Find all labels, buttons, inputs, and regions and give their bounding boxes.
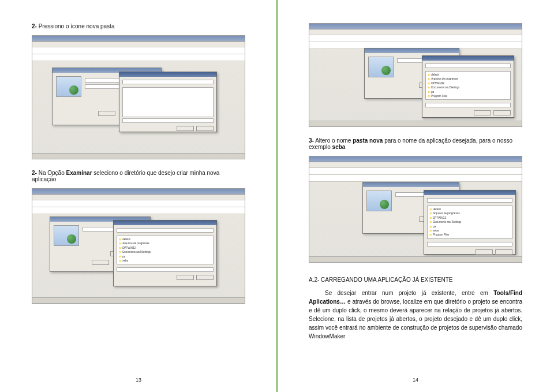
directory-combo-3[interactable] <box>425 64 511 68</box>
wizard-thumbnail-3 <box>368 57 394 77</box>
directory-dialog-3: default Arquivos de programas DPTWIN32 D… <box>422 55 514 118</box>
app-grid-row-4 <box>309 175 522 182</box>
step-2b-mid1: Na Opção <box>37 170 66 176</box>
page-number-right: 14 <box>309 377 522 383</box>
app-titlebar <box>32 36 245 42</box>
step-3-text: 3- Altero o nome pasta nova para o nome … <box>309 137 522 150</box>
folder-item[interactable]: Program Files <box>429 233 510 237</box>
folder-item[interactable]: Arquivos de programas <box>119 241 211 245</box>
folder-item[interactable]: seba <box>429 229 510 233</box>
app-toolbar-3 <box>309 29 522 35</box>
page-number-left: 13 <box>32 377 245 383</box>
step-3-num: 3- <box>309 137 314 144</box>
app-titlebar-4 <box>309 156 522 162</box>
directory-path-field[interactable] <box>122 118 214 123</box>
app-toolbar <box>32 42 245 47</box>
step-2-num: 2- <box>32 23 37 29</box>
page-right: default Arquivos de programas DPTWIN32 D… <box>277 0 554 392</box>
directory-path-field-4[interactable] <box>427 242 512 247</box>
directory-listbox-2[interactable]: default Arquivos de programas DPTWIN32 D… <box>117 236 214 264</box>
folder-item[interactable]: default <box>119 237 211 241</box>
folder-item[interactable]: Arquivos de programas <box>428 77 508 81</box>
directory-cancel-button-2[interactable] <box>196 275 214 280</box>
directory-path-field-3[interactable] <box>425 103 511 107</box>
wizard-thumbnail <box>56 76 81 97</box>
app-toolbar-2 <box>32 195 245 200</box>
section-paragraph: Se desejar entrar num projeto já existen… <box>309 289 522 341</box>
folder-item[interactable]: Documents and Settings <box>429 220 510 224</box>
directory-cancel-button-4[interactable] <box>495 249 512 255</box>
directory-ok-button-3[interactable] <box>474 110 491 115</box>
app-grid-row <box>32 54 245 61</box>
page-left: 2- Pressiono o ícone nova pasta <box>0 0 277 392</box>
directory-titlebar-3 <box>422 56 514 61</box>
taskbar-4 <box>309 256 522 262</box>
app-titlebar-3 <box>309 24 522 29</box>
folder-item[interactable]: Documents and Settings <box>119 250 211 254</box>
wizard-titlebar-3 <box>365 48 459 53</box>
step-3-bold1: pasta nova <box>353 137 383 144</box>
directory-listbox[interactable] <box>122 87 214 117</box>
folder-item[interactable]: pa <box>428 90 508 94</box>
app-toolbar-4 <box>309 162 522 168</box>
app-grid-header-3 <box>309 35 522 42</box>
wizard-thumbnail-2 <box>54 225 79 246</box>
directory-titlebar <box>119 72 216 77</box>
folder-item[interactable]: Program Files <box>428 94 508 98</box>
taskbar-3 <box>309 121 522 126</box>
para-part1: Se desejar entrar num projeto já existen… <box>325 290 493 296</box>
folder-item[interactable]: Arquivos de programas <box>429 211 510 215</box>
wizard-cancel-button[interactable] <box>98 111 115 116</box>
directory-dialog-4: default Arquivos de programas DPTWIN32 D… <box>424 190 516 255</box>
taskbar-2 <box>32 297 245 303</box>
directory-cancel-button[interactable] <box>196 126 214 131</box>
folder-item[interactable]: DPTWIN32 <box>428 81 508 85</box>
directory-cancel-button-3[interactable] <box>493 110 511 115</box>
folder-item[interactable]: Documents and Settings <box>428 85 508 89</box>
folder-item[interactable]: DPTWIN32 <box>119 246 211 250</box>
wizard-cancel-button-2[interactable] <box>92 260 109 265</box>
directory-ok-button-2[interactable] <box>177 275 194 280</box>
directory-dialog-2: default Arquivos de programas DPTWIN32 D… <box>113 220 217 286</box>
app-titlebar-2 <box>32 189 245 195</box>
folder-item[interactable]: DPTWIN32 <box>429 216 510 220</box>
screenshot-3: default Arquivos de programas DPTWIN32 D… <box>309 23 522 127</box>
taskbar <box>32 153 245 159</box>
directory-ok-button[interactable] <box>177 126 194 131</box>
step-3-bold2: seba <box>332 144 346 150</box>
app-grid-header <box>32 47 245 54</box>
folder-item[interactable]: default <box>429 207 510 211</box>
wizard-thumbnail-4 <box>366 191 392 211</box>
step-2-body: Pressiono o ícone nova pasta <box>37 23 115 29</box>
directory-titlebar-2 <box>114 221 216 225</box>
directory-ok-button-4[interactable] <box>476 249 493 255</box>
folder-item[interactable]: pa <box>119 255 211 259</box>
app-grid-header-2 <box>32 200 245 207</box>
screenshot-2: default Arquivos de programas DPTWIN32 D… <box>32 188 245 304</box>
folder-item[interactable]: default <box>428 73 508 77</box>
folder-item[interactable]: seba <box>119 259 211 263</box>
wizard-titlebar-4 <box>363 182 459 187</box>
step-3-mid1: Altero o nome <box>314 137 353 144</box>
step-2b-text: 2- Na Opção Examinar seleciono o diretór… <box>32 170 245 182</box>
directory-dialog <box>119 72 217 132</box>
step-2-text: 2- Pressiono o ícone nova pasta <box>32 23 245 29</box>
folder-item[interactable]: pa <box>429 225 510 229</box>
step-2b-bold: Examinar <box>66 170 92 176</box>
screenshot-4: default Arquivos de programas DPTWIN32 D… <box>309 156 522 263</box>
app-grid-header-4 <box>309 168 522 175</box>
step-2b-num: 2- <box>32 170 37 176</box>
directory-combo[interactable] <box>122 80 214 84</box>
directory-combo-4[interactable] <box>427 198 512 203</box>
app-grid-row-2 <box>32 207 245 214</box>
directory-listbox-4[interactable]: default Arquivos de programas DPTWIN32 D… <box>427 206 512 239</box>
section-heading: A.2- CARREGANDO UMA APLICAÇÃO JÁ EXISTEN… <box>309 277 522 283</box>
directory-combo-2[interactable] <box>117 228 214 233</box>
directory-titlebar-4 <box>424 191 515 195</box>
directory-listbox-3[interactable]: default Arquivos de programas DPTWIN32 D… <box>425 71 511 100</box>
screenshot-1 <box>32 35 245 159</box>
directory-path-field-2[interactable] <box>117 267 214 272</box>
